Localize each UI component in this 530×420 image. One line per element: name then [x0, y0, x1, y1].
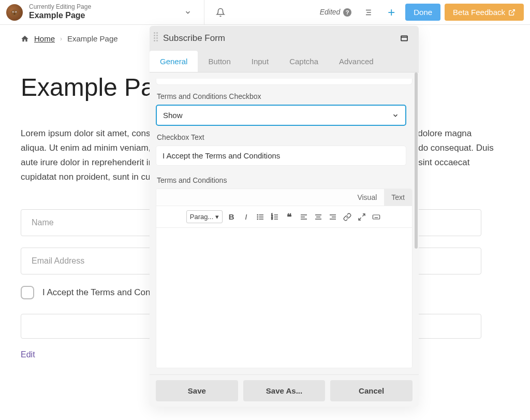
editing-label: Currently Editing Page: [29, 4, 91, 11]
numbered-list-icon: 123: [271, 213, 279, 221]
bold-button[interactable]: B: [226, 211, 237, 223]
expand-icon: [358, 213, 366, 221]
terms-checkbox-select[interactable]: Show: [156, 105, 406, 126]
svg-point-5: [13, 13, 16, 15]
tab-captcha[interactable]: Captcha: [279, 51, 329, 72]
svg-point-20: [257, 219, 258, 219]
svg-point-3: [13, 11, 13, 12]
blockquote-button[interactable]: ❝: [284, 211, 295, 223]
svg-rect-13: [401, 36, 407, 40]
save-button[interactable]: Save: [156, 380, 238, 401]
italic-button[interactable]: I: [240, 211, 252, 223]
page-title-block[interactable]: Currently Editing Page Example Page: [29, 4, 91, 20]
top-bar: Currently Editing Page Example Page Edit…: [0, 0, 530, 25]
svg-rect-38: [373, 215, 380, 219]
plus-icon: +: [388, 5, 395, 20]
bullet-list-icon: [256, 213, 264, 221]
app-logo: [6, 4, 23, 21]
svg-point-4: [16, 11, 16, 12]
tab-advanced[interactable]: Advanced: [329, 51, 384, 72]
svg-text:3: 3: [272, 218, 273, 220]
done-button[interactable]: Done: [405, 4, 440, 21]
settings-panel: Subscribe Form General Button Input Capt…: [150, 26, 419, 407]
tab-general[interactable]: General: [150, 51, 198, 72]
drag-handle-icon[interactable]: [154, 32, 159, 45]
rich-text-editor: Visual Text Parag... ▾ B I 123 ❝: [156, 189, 413, 368]
tab-button[interactable]: Button: [198, 51, 241, 72]
page-dropdown-button[interactable]: [178, 3, 198, 22]
edited-status[interactable]: Edited ?: [320, 8, 352, 17]
terms-checkbox-field-label: Terms and Conditions Checkbox: [157, 92, 411, 100]
panel-body: Terms and Conditions Checkbox Show Check…: [150, 73, 419, 374]
section-end-cap: [156, 79, 413, 85]
divider: [204, 0, 204, 25]
bell-icon: [216, 8, 225, 17]
terms-checkbox[interactable]: [21, 286, 34, 299]
svg-point-18: [257, 214, 258, 215]
link-button[interactable]: [342, 211, 353, 223]
outline-button[interactable]: [358, 3, 377, 22]
select-value: Show: [163, 111, 183, 120]
panel-header[interactable]: Subscribe Form: [150, 26, 419, 51]
dropdown-caret-icon: ▾: [215, 213, 219, 221]
panel-scrollbar[interactable]: [415, 73, 418, 249]
align-right-icon: [329, 213, 337, 221]
expand-panel-button[interactable]: [397, 31, 411, 46]
chevron-down-icon: [392, 112, 399, 119]
terms-and-conditions-label: Terms and Conditions: [157, 176, 411, 184]
fullscreen-button[interactable]: [356, 211, 367, 223]
svg-point-0: [11, 9, 19, 16]
editor-visual-tab[interactable]: Visual: [350, 189, 384, 206]
link-icon: [343, 213, 351, 221]
chevron-right-icon: ›: [60, 35, 62, 42]
align-center-button[interactable]: [313, 211, 324, 223]
numbered-list-button[interactable]: 123: [269, 211, 281, 223]
svg-line-37: [359, 218, 361, 220]
toolbar-toggle-button[interactable]: [371, 211, 382, 223]
page-title: Example Page: [29, 11, 91, 20]
panel-tabs: General Button Input Captcha Advanced: [150, 51, 419, 73]
home-icon: [21, 35, 29, 43]
checkbox-text-input[interactable]: [156, 146, 406, 166]
notifications-button[interactable]: [211, 3, 230, 22]
external-link-icon: [508, 9, 516, 16]
editor-mode-tabs: Visual Text: [156, 189, 412, 206]
keyboard-icon: [372, 213, 381, 221]
bullet-list-button[interactable]: [255, 211, 266, 223]
checkbox-text-field-label: Checkbox Text: [157, 133, 411, 141]
svg-line-12: [511, 9, 514, 12]
svg-point-19: [257, 216, 258, 217]
help-icon: ?: [343, 8, 351, 17]
format-select[interactable]: Parag... ▾: [186, 210, 223, 223]
save-as-button[interactable]: Save As...: [243, 380, 326, 401]
editor-content-area[interactable]: [156, 228, 412, 368]
chevron-down-icon: [184, 9, 192, 16]
panel-title: Subscribe Form: [163, 33, 397, 44]
tab-input[interactable]: Input: [241, 51, 279, 72]
editor-text-tab[interactable]: Text: [384, 189, 412, 206]
align-left-icon: [300, 213, 308, 221]
add-module-button[interactable]: +: [381, 3, 401, 22]
outline-icon: [363, 8, 372, 17]
breadcrumb-home[interactable]: Home: [34, 34, 55, 43]
cancel-button[interactable]: Cancel: [330, 380, 413, 401]
window-icon: [400, 34, 408, 42]
panel-footer: Save Save As... Cancel: [150, 374, 419, 407]
align-left-button[interactable]: [298, 211, 310, 223]
breadcrumb-current: Example Page: [67, 34, 118, 43]
beta-feedback-button[interactable]: Beta Feedback: [445, 4, 524, 21]
editor-toolbar: Parag... ▾ B I 123 ❝: [156, 206, 412, 228]
align-right-button[interactable]: [327, 211, 338, 223]
align-center-icon: [314, 213, 322, 221]
svg-line-36: [363, 214, 365, 216]
